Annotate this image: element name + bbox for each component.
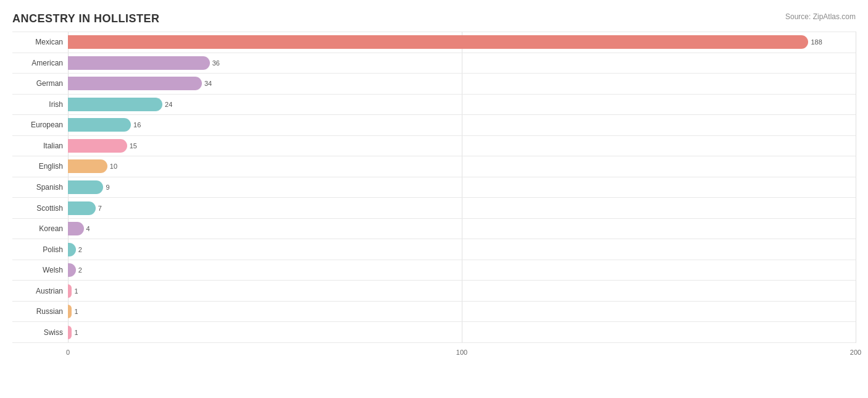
bar-track: 36	[68, 56, 856, 70]
bar-label: Polish	[12, 245, 68, 254]
bar-track: 24	[68, 98, 856, 111]
bar-row: Welsh2	[12, 260, 856, 281]
bar-value: 7	[98, 205, 102, 212]
source-text: Source: ZipAtlas.com	[785, 12, 856, 21]
bar-fill	[68, 159, 107, 173]
bar-row: European16	[12, 115, 856, 136]
bar-value: 4	[86, 225, 90, 232]
bar-label: Welsh	[12, 266, 68, 274]
bar-fill	[68, 77, 202, 90]
bar-track: 15	[68, 139, 856, 153]
bar-row: Russian1	[12, 302, 856, 323]
bar-value: 1	[74, 308, 78, 315]
grid-line	[856, 32, 856, 343]
chart-area: Mexican188American36German34Irish24Europ…	[12, 32, 856, 362]
bar-value: 1	[74, 287, 78, 295]
bar-value: 15	[130, 142, 137, 150]
bar-label: American	[12, 59, 68, 67]
bar-fill	[68, 139, 127, 153]
bar-label: Austrian	[12, 287, 68, 295]
bar-track: 1	[68, 284, 856, 298]
bar-track: 1	[68, 305, 856, 318]
bar-row: Korean4	[12, 219, 856, 240]
chart-container: ANCESTRY IN HOLLISTER Source: ZipAtlas.c…	[0, 0, 868, 398]
bar-fill	[68, 35, 808, 49]
bar-row: Irish24	[12, 95, 856, 116]
bar-fill	[68, 326, 72, 339]
bar-fill	[68, 201, 96, 215]
bar-track: 34	[68, 77, 856, 90]
bar-label: Swiss	[12, 328, 68, 337]
chart-title: ANCESTRY IN HOLLISTER	[12, 12, 856, 25]
bar-row: English10	[12, 156, 856, 177]
x-axis-label: 100	[456, 349, 467, 356]
bar-fill	[68, 263, 76, 277]
bar-label: European	[12, 121, 68, 129]
bar-track: 10	[68, 159, 856, 173]
bar-track: 16	[68, 118, 856, 132]
bar-label: Russian	[12, 307, 68, 316]
bar-value: 2	[78, 266, 82, 274]
x-axis-label: 200	[850, 349, 861, 356]
bar-label: Korean	[12, 224, 68, 233]
bar-fill	[68, 98, 162, 111]
bar-track: 2	[68, 263, 856, 277]
bar-track: 7	[68, 201, 856, 215]
bar-value: 2	[78, 246, 82, 253]
bar-fill	[68, 243, 76, 256]
bar-fill	[68, 305, 72, 318]
bar-value: 34	[204, 80, 212, 87]
bar-label: German	[12, 79, 68, 88]
bar-label: Scottish	[12, 204, 68, 213]
bar-track: 2	[68, 243, 856, 256]
bar-fill	[68, 180, 103, 194]
bar-value: 9	[106, 184, 109, 191]
bar-label: Irish	[12, 100, 68, 109]
bar-row: Italian15	[12, 136, 856, 157]
bar-value: 24	[165, 101, 172, 108]
bar-row: American36	[12, 53, 856, 74]
x-axis-label: 0	[66, 349, 70, 356]
bar-row: Mexican188	[12, 32, 856, 53]
bar-fill	[68, 284, 72, 298]
bar-label: Italian	[12, 142, 68, 150]
bar-track: 188	[68, 35, 856, 49]
bar-value: 16	[133, 121, 141, 129]
bar-label: Mexican	[12, 38, 68, 46]
bar-track: 9	[68, 180, 856, 194]
bar-label: Spanish	[12, 183, 68, 192]
bar-fill	[68, 56, 210, 70]
bar-row: Swiss1	[12, 322, 856, 343]
x-axis: 0100200	[68, 343, 856, 362]
bar-value: 1	[74, 329, 78, 336]
bar-row: Polish2	[12, 239, 856, 260]
bar-label: English	[12, 162, 68, 171]
bar-row: German34	[12, 74, 856, 95]
bars-section: Mexican188American36German34Irish24Europ…	[12, 32, 856, 343]
bar-row: Austrian1	[12, 281, 856, 302]
bar-value: 36	[212, 59, 220, 67]
bar-value: 10	[110, 163, 117, 170]
bar-value: 188	[811, 38, 822, 46]
bar-row: Scottish7	[12, 198, 856, 219]
bar-track: 4	[68, 222, 856, 235]
bar-fill	[68, 118, 131, 132]
bar-row: Spanish9	[12, 177, 856, 198]
bar-fill	[68, 222, 84, 235]
bar-track: 1	[68, 326, 856, 339]
